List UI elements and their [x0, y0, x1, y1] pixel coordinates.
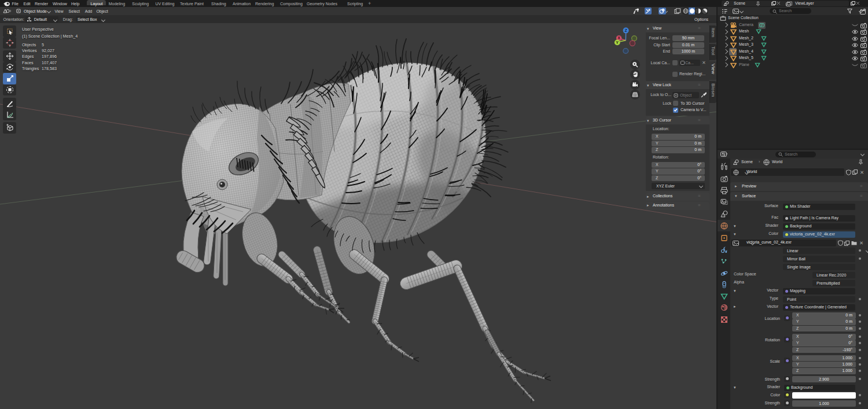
svg-text:X: X [617, 36, 620, 40]
svg-text:Z: Z [624, 28, 627, 32]
svg-text:Y: Y [616, 40, 619, 45]
